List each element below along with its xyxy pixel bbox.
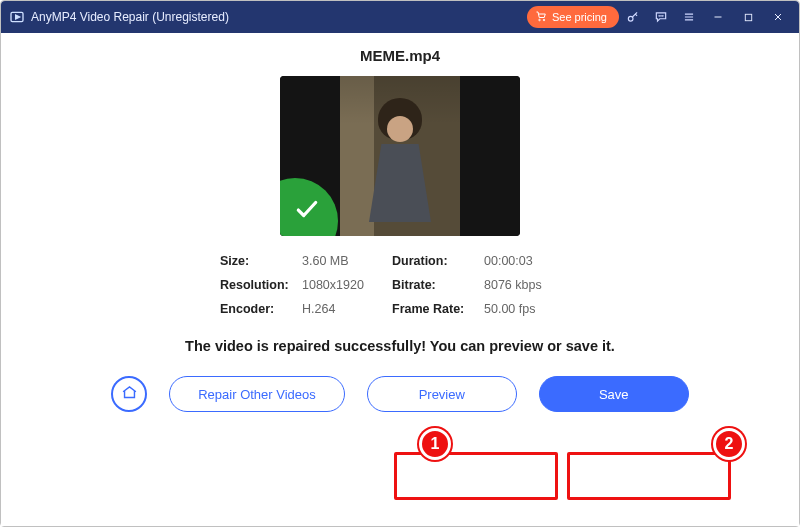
- status-message: The video is repaired successfully! You …: [1, 338, 799, 354]
- minimize-button[interactable]: [703, 1, 733, 33]
- cart-icon: [535, 10, 547, 24]
- repair-other-videos-button[interactable]: Repair Other Videos: [169, 376, 345, 412]
- svg-point-2: [539, 19, 541, 21]
- info-size-label: Size:: [220, 254, 302, 268]
- thumbnail-person-silhouette: [365, 116, 435, 236]
- info-duration-value: 00:00:03: [484, 254, 580, 268]
- save-button[interactable]: Save: [539, 376, 689, 412]
- info-bitrate-label: Bitrate:: [392, 278, 484, 292]
- thumbnail-frame: [340, 76, 460, 236]
- menu-icon[interactable]: [675, 1, 703, 33]
- close-button[interactable]: [763, 1, 793, 33]
- save-label: Save: [599, 387, 629, 402]
- annotation-box-2: [567, 452, 731, 500]
- info-resolution-value: 1080x1920: [302, 278, 392, 292]
- video-thumbnail: [280, 76, 520, 236]
- video-info-grid: Size: 3.60 MB Duration: 00:00:03 Resolut…: [220, 254, 580, 316]
- thumbnail-letterbox-right: [460, 76, 520, 236]
- info-bitrate-value: 8076 kbps: [484, 278, 580, 292]
- svg-marker-1: [16, 15, 20, 19]
- preview-button[interactable]: Preview: [367, 376, 517, 412]
- app-window: AnyMP4 Video Repair (Unregistered) See p…: [0, 0, 800, 527]
- see-pricing-label: See pricing: [552, 11, 607, 23]
- titlebar: AnyMP4 Video Repair (Unregistered) See p…: [1, 1, 799, 33]
- info-framerate-value: 50.00 fps: [484, 302, 580, 316]
- info-resolution-label: Resolution:: [220, 278, 302, 292]
- button-row: Repair Other Videos Preview Save: [1, 376, 799, 412]
- annotation-badge-2: 2: [713, 428, 745, 460]
- annotation-badge-1: 1: [419, 428, 451, 460]
- home-icon: [121, 384, 138, 405]
- key-icon[interactable]: [619, 1, 647, 33]
- see-pricing-button[interactable]: See pricing: [527, 6, 619, 28]
- annotation-box-1: [394, 452, 558, 500]
- svg-point-5: [659, 16, 660, 17]
- svg-point-4: [628, 16, 633, 21]
- svg-point-7: [662, 16, 663, 17]
- checkmark-icon: [294, 196, 320, 226]
- home-button[interactable]: [111, 376, 147, 412]
- repair-other-label: Repair Other Videos: [198, 387, 316, 402]
- file-name: MEME.mp4: [1, 47, 799, 64]
- content-area: MEME.mp4: [1, 33, 799, 526]
- info-encoder-value: H.264: [302, 302, 392, 316]
- app-logo-icon: [9, 9, 25, 25]
- window-title: AnyMP4 Video Repair (Unregistered): [31, 10, 229, 24]
- maximize-button[interactable]: [733, 1, 763, 33]
- svg-rect-8: [745, 14, 751, 20]
- svg-point-3: [543, 19, 545, 21]
- preview-label: Preview: [419, 387, 465, 402]
- info-framerate-label: Frame Rate:: [392, 302, 484, 316]
- info-duration-label: Duration:: [392, 254, 484, 268]
- svg-point-6: [661, 16, 662, 17]
- feedback-icon[interactable]: [647, 1, 675, 33]
- info-encoder-label: Encoder:: [220, 302, 302, 316]
- info-size-value: 3.60 MB: [302, 254, 392, 268]
